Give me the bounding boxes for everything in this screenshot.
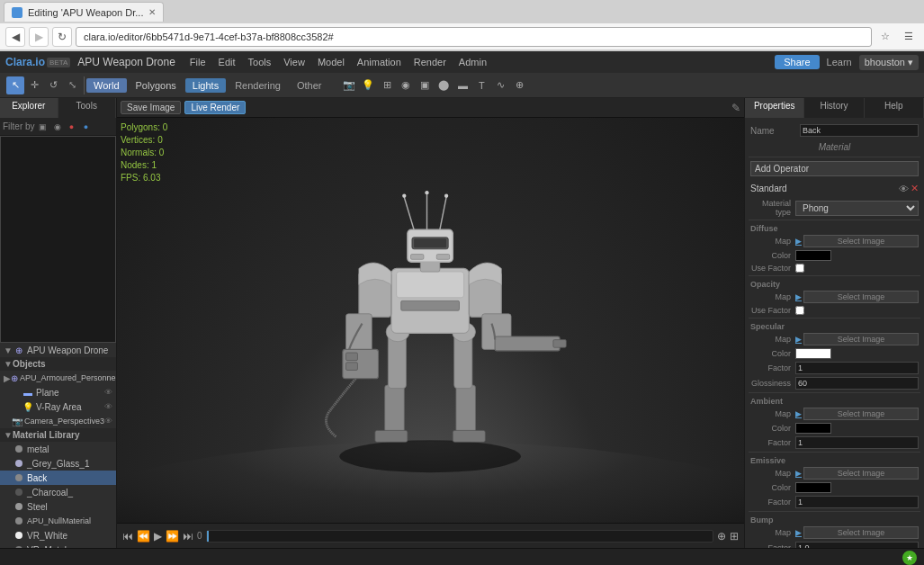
specular-color-swatch[interactable] [795, 348, 831, 359]
bookmark-icon[interactable]: ☆ [875, 27, 895, 47]
glossiness-input[interactable] [795, 377, 919, 390]
visibility-icon[interactable]: 👁 [104, 402, 112, 411]
tab-world[interactable]: World [86, 78, 127, 93]
props-tab-history[interactable]: History [804, 98, 864, 118]
use-factor-checkbox[interactable] [795, 264, 804, 273]
tree-item-charcoal[interactable]: _Charcoal_ [0, 485, 116, 499]
viewport-edit-icon[interactable]: ✎ [731, 102, 740, 114]
close-icon[interactable]: ✕ [911, 183, 919, 194]
toolbar-btn-move[interactable]: ✛ [25, 76, 43, 94]
visibility-icon[interactable]: 👁 [104, 388, 112, 397]
menu-icon[interactable]: ☰ [899, 27, 919, 47]
eyeball-icon[interactable]: 👁 [899, 184, 909, 194]
toolbar-btn-cube[interactable]: ▣ [416, 76, 434, 94]
emissive-select-image[interactable]: Select Image [803, 467, 919, 480]
props-tab-properties[interactable]: Properties [745, 98, 804, 118]
menu-view[interactable]: View [278, 55, 310, 69]
diffuse-select-image[interactable]: Select Image [803, 235, 919, 247]
tree-item-nullmat[interactable]: APU_NullMaterial [0, 514, 116, 528]
toolbar-btn-rotate[interactable]: ↺ [44, 76, 62, 94]
reload-button[interactable]: ↻ [52, 27, 72, 47]
toolbar-btn-grid[interactable]: ⊞ [378, 76, 396, 94]
tree-item-root[interactable]: ▼ ⊕ APU Weapon Drone [0, 343, 116, 357]
opacity-map-link[interactable]: ▶ [795, 292, 802, 301]
specular-factor-input[interactable] [795, 362, 919, 374]
emissive-factor-input[interactable] [795, 496, 919, 508]
tree-item-plane[interactable]: ▬ Plane 👁 [0, 385, 116, 399]
url-bar[interactable] [76, 27, 872, 47]
tree-item-metal[interactable]: metal [0, 442, 116, 456]
diffuse-map-link[interactable]: ▶ [795, 237, 802, 246]
add-operator-button[interactable]: Add Operator [750, 161, 919, 176]
toolbar-btn-light[interactable]: 💡 [359, 76, 377, 94]
green-status-icon[interactable]: ★ [902, 551, 917, 565]
menu-file[interactable]: File [184, 55, 211, 69]
timeline-end-button[interactable]: ⏭ [183, 530, 193, 543]
tab-other[interactable]: Other [290, 78, 329, 93]
bump-map-link[interactable]: ▶ [795, 528, 802, 537]
tree-item-apu[interactable]: ▶ ⊕ APU_Armoured_Personnel_U... 👁 [0, 371, 116, 385]
tab-polygons[interactable]: Polygons [129, 78, 184, 93]
menu-animation[interactable]: Animation [352, 55, 407, 69]
tab-lights[interactable]: Lights [185, 78, 226, 93]
diffuse-color-swatch[interactable] [795, 250, 831, 261]
save-image-button[interactable]: Save Image [121, 101, 181, 114]
filter-icon-3[interactable]: ● [66, 121, 78, 133]
timeline-extra-btn1[interactable]: ⊕ [717, 530, 726, 543]
timeline-extra-btn2[interactable]: ⊞ [730, 530, 739, 543]
timeline-start-button[interactable]: ⏮ [122, 530, 133, 543]
bump-select-image[interactable]: Select Image [803, 526, 919, 539]
ambient-map-link[interactable]: ▶ [795, 409, 802, 418]
tree-section-materials[interactable]: ▼ Material Library [0, 428, 116, 442]
material-type-select[interactable]: Phong [795, 201, 919, 216]
tree-item-back[interactable]: Back [0, 471, 116, 485]
filter-icon-2[interactable]: ◉ [51, 121, 64, 133]
opacity-usefactor-checkbox[interactable] [795, 306, 804, 315]
toolbar-btn-sphere[interactable]: ◉ [397, 76, 415, 94]
sidebar-search[interactable] [0, 136, 116, 343]
learn-button[interactable]: Learn [821, 55, 857, 69]
toolbar-btn-plane[interactable]: ▬ [453, 76, 471, 94]
tree-item-vr-white[interactable]: VR_White [0, 528, 116, 543]
toolbar-btn-curve[interactable]: ∿ [491, 76, 509, 94]
viewport-canvas[interactable]: Polygons: 0 Vertices: 0 Normals: 0 Nodes… [117, 118, 744, 523]
user-button[interactable]: bhouston ▾ [859, 55, 919, 70]
toolbar-btn-cylinder[interactable]: ⬤ [435, 76, 453, 94]
ambient-select-image[interactable]: Select Image [803, 408, 919, 420]
back-button[interactable]: ◀ [5, 27, 25, 47]
toolbar-btn-camera[interactable]: 📷 [340, 76, 358, 94]
tree-item-vray-area[interactable]: 💡 V-Ray Area 👁 [0, 399, 116, 414]
tree-item-grey-glass[interactable]: _Grey_Glass_1 [0, 456, 116, 471]
menu-model[interactable]: Model [312, 55, 350, 69]
specular-select-image[interactable]: Select Image [803, 333, 919, 345]
menu-admin[interactable]: Admin [453, 55, 492, 69]
browser-tab[interactable]: Editing 'APU Weapon Dr... ✕ [4, 2, 164, 22]
tree-section-objects[interactable]: ▼ Objects [0, 357, 116, 371]
toolbar-btn-select[interactable]: ↖ [6, 76, 24, 94]
bump-factor-input[interactable] [795, 542, 919, 548]
tab-rendering[interactable]: Rendering [228, 78, 288, 93]
timeline-play-button[interactable]: ▶ [154, 530, 162, 543]
filter-icon-1[interactable]: ▣ [37, 121, 49, 133]
forward-button[interactable]: ▶ [29, 27, 49, 47]
props-tab-help[interactable]: Help [865, 98, 924, 118]
ambient-factor-input[interactable] [795, 436, 919, 449]
toolbar-btn-text[interactable]: T [472, 76, 490, 94]
ambient-color-swatch[interactable] [795, 423, 831, 434]
timeline-track[interactable] [206, 530, 713, 543]
live-render-button[interactable]: Live Render [184, 101, 246, 114]
menu-render[interactable]: Render [408, 55, 452, 69]
menu-edit[interactable]: Edit [213, 55, 241, 69]
timeline-prev-button[interactable]: ⏪ [137, 530, 150, 543]
toolbar-btn-extra[interactable]: ⊕ [510, 76, 528, 94]
visibility-icon[interactable]: 👁 [104, 417, 112, 426]
toolbar-btn-scale[interactable]: ⤡ [63, 76, 81, 94]
tab-close-button[interactable]: ✕ [148, 7, 156, 17]
sidebar-tab-explorer[interactable]: Explorer [0, 98, 58, 118]
tree-item-camera[interactable]: 📷 Camera_Perspective3 👁 [0, 414, 116, 428]
filter-icon-4[interactable]: ● [80, 121, 93, 133]
sidebar-tab-tools[interactable]: Tools [58, 98, 117, 118]
timeline-next-button[interactable]: ⏩ [166, 530, 179, 543]
specular-map-link[interactable]: ▶ [795, 335, 802, 344]
name-input[interactable] [800, 124, 919, 137]
